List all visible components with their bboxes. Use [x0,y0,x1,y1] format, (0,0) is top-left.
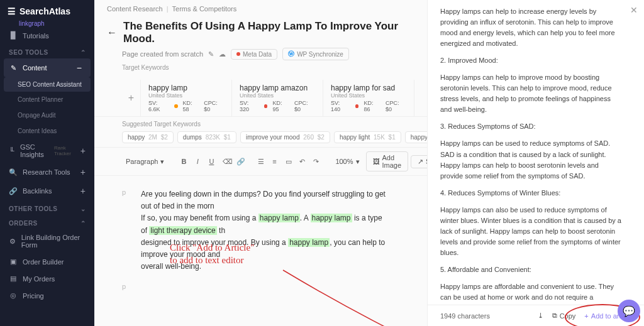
editor-toolbar: Paragraph ▾ B I U ⌫ 🔗 ☰ ≡ ▭ ↶ ↷ 100% ▾ 🖼… [94,147,427,176]
cloud-icon[interactable]: ☁ [219,50,226,58]
logo[interactable]: ☰ SearchAtlas [0,0,94,23]
keyword-card[interactable]: happy lamp amazon United States SV: 320K… [232,80,323,116]
panel-paragraph: Happy lamps can be used to reduce sympto… [440,138,621,181]
link-icon: ⚙ [9,237,16,246]
plus-icon: + [80,186,86,196]
page-title: The Benefits Of Using A Happy Lamp To Im… [123,20,414,45]
sidebar-item-content[interactable]: ✎ Content − [4,58,91,77]
link-button[interactable]: 🔗 [233,156,245,168]
keyword-loc: United States [331,92,406,99]
edit-icon[interactable]: ✎ [208,50,214,58]
main: Content Research | Terms & Competitors ←… [94,0,427,326]
crumb-terms[interactable]: Terms & Competitors [172,5,237,13]
wp-sync-button[interactable]: ⓦWP Synchronize [282,48,349,60]
sidebar-sub-onpage[interactable]: Onpage Audit [0,107,94,123]
suggested-keywords: Suggested Target Keywords [94,117,427,131]
sidebar-item-tutorials[interactable]: ▉ Tutorials [0,27,94,44]
panel-paragraph: Happy lamps can help to increase energy … [440,6,621,49]
pricing-icon: ◎ [9,291,18,300]
chip[interactable]: happy light amazon 2K $1 [405,131,427,143]
target-keywords-row: + happy lamp United States SV: 6.6KKD: 5… [94,76,427,117]
panel-paragraph: Happy lamps can also be used to reduce s… [440,205,621,258]
sidebar-item-my-orders[interactable]: ▤My Orders [0,270,94,287]
chart-icon: ╙ [9,147,15,155]
sidebar-label: GSC Insights [20,143,49,158]
copy-button[interactable]: ⧉ Copy [552,312,576,320]
chip[interactable]: improve your mood 260 $2 [240,131,330,143]
redo-button[interactable]: ↷ [310,156,321,168]
chevron-down-icon[interactable]: ⌄ [80,205,86,212]
plus-icon: + [80,167,86,177]
sidebar-label: Research Tools [23,168,70,176]
para-marker: p [122,188,128,273]
outdent-button[interactable]: ▭ [282,156,294,168]
keyword-loc: United States [240,92,315,99]
sidebar-label: Tutorials [23,32,49,40]
para-marker: p [122,283,128,290]
search-icon: 🔍 [9,168,18,177]
keyword-loc: United States [148,92,224,99]
download-button[interactable]: ⤓ [538,312,543,320]
chip[interactable]: dumps 823K $1 [177,131,236,143]
panel-paragraph: Happy lamps can help to improve mood by … [440,72,621,115]
italic-button[interactable]: I [192,156,203,167]
keyword-name: happy lamp amazon [240,84,315,92]
underline-button[interactable]: U [206,156,217,167]
chevron-up-icon[interactable]: ⌃ [80,49,86,56]
sidebar-item-order-builder[interactable]: ▣Order Builder [0,253,94,270]
sidebar-item-backlinks[interactable]: 🔗 Backlinks + [0,182,94,200]
page-header: ← The Benefits Of Using A Happy Lamp To … [94,18,427,76]
chip[interactable]: happy 2M $2 [122,131,174,143]
panel-body[interactable]: Happy lamps can help to increase energy … [428,0,644,305]
panel-paragraph: 3. Reduces Symptoms of SAD: [440,121,621,132]
panel-footer: 1949 characters ⤓ ⧉ Copy + Add to articl… [428,305,644,326]
sidebar-item-research[interactable]: 🔍 Research Tools + [0,163,94,182]
crumb-content-research[interactable]: Content Research [107,5,163,13]
keyword-card[interactable]: happy lamp United States SV: 6.6KKD: 58C… [141,80,232,116]
meta-data-button[interactable]: Meta Data [231,49,277,60]
zoom-select[interactable]: 100% ▾ [331,156,363,167]
book-icon: ▉ [9,31,18,40]
chevron-up-icon[interactable]: ⌃ [80,220,86,227]
sidebar-item-link-building[interactable]: ⚙Link Building Order Form [0,229,94,253]
nav-header-orders: ORDERS ⌃ [0,215,94,229]
add-image-button[interactable]: 🖼 Add Image [366,151,409,171]
paragraph-select[interactable]: Paragraph ▾ [122,156,168,167]
tag: Rank Tracker [54,145,75,156]
builder-icon: ▣ [9,258,18,266]
panel-paragraph: 5. Affordable and Convenient: [440,264,621,275]
back-icon[interactable]: ← [107,27,117,38]
ai-panel: ✕ Happy lamps can help to increase energ… [427,0,644,326]
nav-header-other: OTHER TOOLS ⌄ [0,200,94,215]
sidebar-sub-planner[interactable]: Content Planner [0,92,94,107]
chat-fab[interactable]: 💬 [618,300,640,322]
suggested-label: Suggested Target Keywords [122,121,201,128]
chip[interactable]: happy light 15K $1 [334,131,401,143]
breadcrumb: Content Research | Terms & Competitors [94,0,427,18]
minus-icon: − [77,63,82,73]
menu-icon: ☰ [8,6,16,16]
add-keyword-button[interactable]: + [122,80,141,116]
close-icon[interactable]: ✕ [630,5,638,15]
logo-sub: linkgraph [0,20,94,27]
panel-paragraph: 4. Reduces Symptoms of Winter Blues: [440,188,621,198]
pencil-icon: ✎ [9,64,18,72]
sidebar: ☰ SearchAtlas linkgraph ▉ Tutorials SEO … [0,0,94,326]
sidebar-sub-ideas[interactable]: Content Ideas [0,123,94,139]
undo-button[interactable]: ↶ [296,156,308,168]
paragraph[interactable] [141,283,389,290]
editor[interactable]: p Are you feeling down in the dumps? Do … [94,176,427,326]
sidebar-item-pricing[interactable]: ◎Pricing [0,287,94,304]
indent-button[interactable]: ≡ [269,156,280,167]
orders-icon: ▤ [9,274,18,283]
char-count: 1949 characters [440,312,529,320]
clear-button[interactable]: ⌫ [219,156,231,168]
sidebar-item-gsc[interactable]: ╙ GSC Insights Rank Tracker + [0,139,94,163]
list-button[interactable]: ☰ [255,156,266,168]
keyword-card[interactable]: happy lamp for sad United States SV: 140… [323,80,414,116]
target-keywords-label: Target Keywords [107,64,414,71]
bold-button[interactable]: B [178,156,189,167]
plus-icon: + [80,146,86,156]
sidebar-label: Backlinks [23,187,52,195]
sidebar-sub-seo-content[interactable]: SEO Content Assistant [4,77,91,92]
